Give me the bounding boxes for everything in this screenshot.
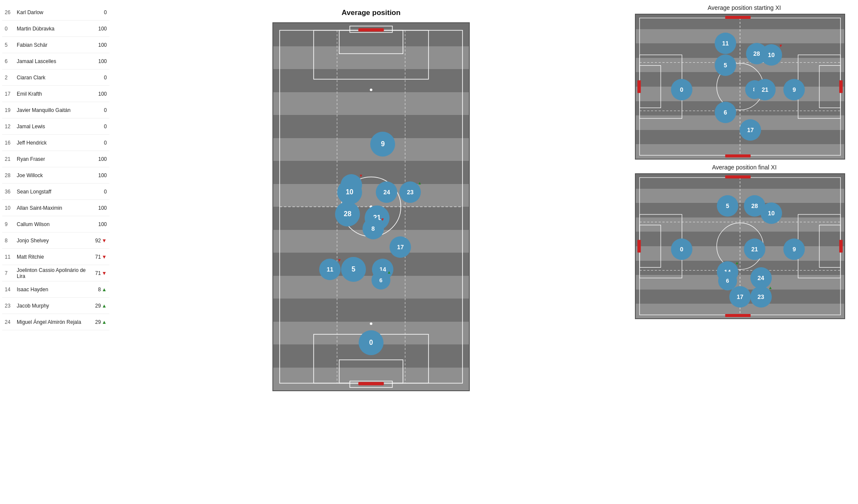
player-bubble: 10: [337, 180, 362, 205]
player-number: 2: [5, 75, 17, 81]
svg-rect-25: [637, 80, 641, 93]
arrow-up-icon: ▲: [102, 319, 107, 325]
player-row: 0Martin Dúbravka100: [2, 21, 109, 37]
player-bubble: 11▼: [319, 259, 341, 280]
player-pct: 71▼: [91, 270, 107, 276]
player-name: Allan Saint-Maximin: [17, 205, 91, 211]
final-xi-title: Average position final XI: [635, 164, 854, 171]
arrow-up-icon: ▲: [768, 285, 773, 290]
player-name: Martin Dúbravka: [17, 26, 91, 32]
bubble-number: 24: [758, 275, 764, 281]
player-row: 14Isaac Hayden8▲: [2, 281, 109, 298]
arrow-up-icon: ▲: [735, 260, 739, 265]
player-number: 5: [5, 42, 17, 48]
player-pct: 100: [91, 205, 107, 211]
player-name: Jamal Lewis: [17, 124, 91, 130]
player-name: Jamaal Lascelles: [17, 58, 91, 64]
player-name: Fabian Schär: [17, 42, 91, 48]
bubble-number: 5: [724, 62, 727, 69]
player-bubble: 6: [715, 102, 736, 123]
svg-rect-21: [640, 66, 661, 108]
bubble-number: 0: [680, 246, 683, 253]
svg-rect-34: [640, 225, 661, 268]
player-pct: 100: [91, 91, 107, 97]
starting-markings: [636, 15, 844, 159]
player-row: 21Ryan Fraser100: [2, 151, 109, 167]
svg-rect-4: [314, 30, 429, 79]
player-number: 7: [5, 270, 17, 276]
center-panel: Average position: [112, 0, 631, 400]
player-bubble: 23▲: [750, 286, 772, 308]
player-row: 7Joelinton Cassio Apolinário de Lira71▼: [2, 265, 109, 281]
player-pct: 0: [91, 124, 107, 130]
player-number: 11: [5, 254, 17, 260]
player-bubble: 9: [783, 238, 805, 260]
player-number: 23: [5, 303, 17, 309]
player-name: Jonjo Shelvey: [17, 238, 91, 244]
arrow-down-icon: ▼: [102, 254, 107, 260]
player-pct: 8▲: [91, 287, 107, 293]
player-pct: 100: [91, 42, 107, 48]
main-pitch-title: Average position: [341, 9, 400, 17]
arrow-up-icon: ▲: [387, 270, 391, 275]
player-number: 9: [5, 221, 17, 227]
svg-rect-22: [819, 66, 840, 108]
arrow-down-icon: ▼: [359, 173, 363, 178]
bubble-number: 11: [722, 40, 729, 47]
bubble-number: 28: [751, 202, 758, 209]
player-bubble: 21: [744, 238, 765, 260]
player-row: 24Miguel Ángel Almirón Rejala29▲: [2, 314, 109, 330]
player-name: Javier Manquillo Gaitán: [17, 107, 91, 113]
bubble-number: 8: [372, 225, 375, 232]
player-pct: 100: [91, 156, 107, 162]
player-row: 9Callum Wilson100: [2, 216, 109, 232]
svg-rect-28: [725, 154, 750, 157]
player-bubble: 5: [341, 257, 366, 282]
player-row: 26Karl Darlow0: [2, 4, 109, 21]
player-bubble: 10▼: [761, 44, 782, 66]
player-pct: 0: [91, 9, 107, 15]
player-list: 26Karl Darlow00Martin Dúbravka1005Fabian…: [0, 0, 112, 335]
svg-rect-35: [819, 225, 840, 268]
player-pct: 29▲: [91, 319, 107, 325]
bubble-number: 10: [768, 51, 775, 58]
arrow-down-icon: ▼: [381, 217, 385, 222]
player-bubble: 8▼: [363, 218, 384, 239]
svg-rect-14: [358, 28, 384, 32]
svg-rect-40: [725, 175, 750, 178]
bubble-number: 24: [384, 189, 390, 196]
player-bubble: 24: [376, 181, 397, 203]
player-row: 6Jamaal Lascelles100: [2, 53, 109, 69]
player-name: Karl Darlow: [17, 9, 91, 15]
player-bubble: 0: [671, 79, 692, 100]
player-number: 21: [5, 156, 17, 162]
player-number: 19: [5, 107, 17, 113]
player-number: 16: [5, 140, 17, 146]
player-name: Jeff Hendrick: [17, 140, 91, 146]
player-number: 26: [5, 9, 17, 15]
player-row: 12Jamal Lewis0: [2, 118, 109, 135]
svg-rect-27: [725, 16, 750, 19]
player-row: 17Emil Krafth100: [2, 86, 109, 102]
player-number: 17: [5, 91, 17, 97]
player-row: 16Jeff Hendrick0: [2, 135, 109, 151]
arrow-down-icon: ▼: [102, 238, 107, 244]
main-pitch: 97▼102423▲218▼281711▼5146▲0: [272, 22, 470, 391]
bubble-number: 23: [758, 293, 764, 300]
player-bubble: 17: [729, 286, 751, 308]
player-name: Matt Ritchie: [17, 254, 91, 260]
bubble-number: 28: [344, 210, 351, 218]
player-name: Callum Wilson: [17, 221, 91, 227]
player-row: 5Fabian Schär100: [2, 37, 109, 53]
player-bubble: 9: [370, 132, 395, 157]
bubble-number: 5: [352, 266, 356, 273]
arrow-up-icon: ▲: [102, 303, 107, 309]
bubble-number: 28: [753, 50, 760, 57]
svg-point-11: [370, 323, 372, 325]
player-pct: 0: [91, 75, 107, 81]
bubble-number: 10: [346, 188, 353, 196]
player-bubble: 0: [671, 238, 692, 260]
player-row: 23Jacob Murphy29▲: [2, 298, 109, 314]
bubble-number: 9: [381, 140, 385, 148]
player-pct: 71▼: [91, 254, 107, 260]
